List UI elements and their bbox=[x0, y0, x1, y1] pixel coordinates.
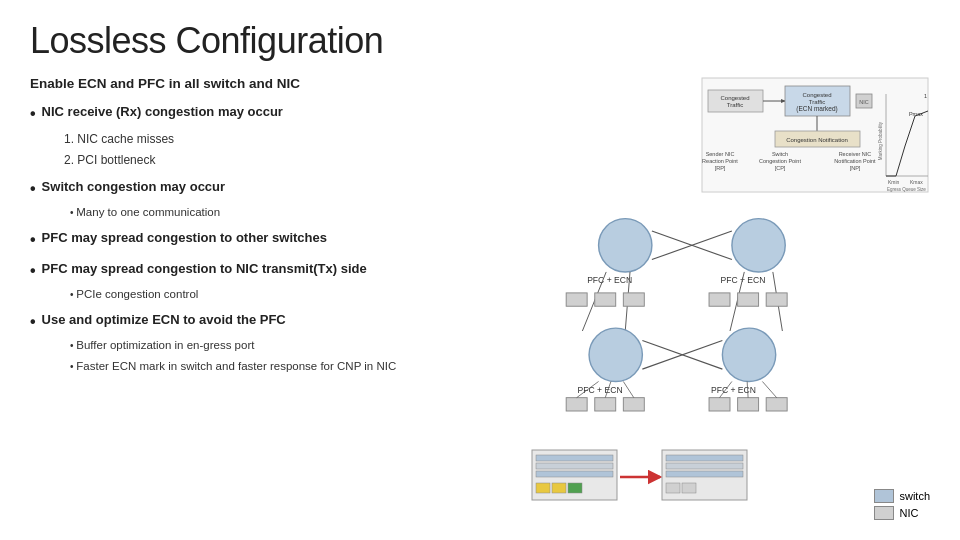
legend-switch-color bbox=[874, 489, 894, 503]
page: Lossless Configuration Enable ECN and PF… bbox=[0, 0, 960, 540]
svg-rect-67 bbox=[536, 463, 613, 469]
svg-line-64 bbox=[762, 381, 776, 397]
sub-item-2: 2. PCI bottleneck bbox=[64, 150, 520, 170]
svg-text:(ECN marked): (ECN marked) bbox=[796, 105, 838, 113]
bullet-dot-3: • bbox=[30, 230, 36, 249]
svg-rect-49 bbox=[623, 293, 644, 306]
legend-nic-color bbox=[874, 506, 894, 520]
bullet-4-sub: PCIe congestion control bbox=[70, 286, 520, 303]
svg-text:1: 1 bbox=[924, 93, 927, 99]
legend: switch NIC bbox=[874, 489, 930, 520]
bullet-5-sub-2: Faster ECN mark in switch and faster res… bbox=[70, 358, 520, 375]
svg-text:Switch: Switch bbox=[772, 151, 788, 157]
svg-rect-54 bbox=[595, 398, 616, 411]
svg-rect-53 bbox=[566, 398, 587, 411]
svg-text:NIC: NIC bbox=[859, 99, 869, 105]
svg-text:[NP]: [NP] bbox=[850, 165, 861, 171]
svg-rect-71 bbox=[568, 483, 582, 493]
sub-item-1: 1. NIC cache misses bbox=[64, 129, 520, 149]
bullet-1: • NIC receive (Rx) congestion may occur bbox=[30, 104, 520, 123]
ecn-svg: Congested Traffic Congested Traffic (ECN… bbox=[700, 76, 930, 194]
bullet-4: • PFC may spread congestion to NIC trans… bbox=[30, 261, 520, 280]
svg-rect-74 bbox=[666, 455, 743, 461]
svg-text:[CP]: [CP] bbox=[775, 165, 786, 171]
bullet-dot-1: • bbox=[30, 104, 36, 123]
svg-text:Congested: Congested bbox=[720, 95, 749, 101]
svg-text:[RP]: [RP] bbox=[715, 165, 726, 171]
svg-text:PFC + ECN: PFC + ECN bbox=[578, 385, 623, 395]
svg-rect-51 bbox=[738, 293, 759, 306]
legend-switch-label: switch bbox=[899, 490, 930, 502]
legend-nic: NIC bbox=[874, 506, 930, 520]
section-header: Enable ECN and PFC in all switch and NIC bbox=[30, 76, 520, 91]
svg-point-31 bbox=[599, 219, 652, 272]
bullet-2-text: Switch congestion may occur bbox=[42, 179, 226, 194]
svg-rect-69 bbox=[536, 483, 550, 493]
svg-rect-57 bbox=[738, 398, 759, 411]
bullet-dot-2: • bbox=[30, 179, 36, 198]
bullet-3-text: PFC may spread congestion to other switc… bbox=[42, 230, 327, 245]
svg-text:Congestion Point: Congestion Point bbox=[759, 158, 801, 164]
svg-point-42 bbox=[722, 328, 775, 381]
svg-text:Notification Point: Notification Point bbox=[834, 158, 876, 164]
svg-text:Reaction Point: Reaction Point bbox=[702, 158, 738, 164]
svg-text:Kmin: Kmin bbox=[888, 179, 900, 185]
svg-text:Receiver NIC: Receiver NIC bbox=[839, 151, 872, 157]
svg-rect-55 bbox=[623, 398, 644, 411]
svg-text:Kmax: Kmax bbox=[910, 179, 923, 185]
svg-rect-66 bbox=[536, 455, 613, 461]
page-title: Lossless Configuration bbox=[30, 20, 930, 62]
sub-item-1-text: NIC cache misses bbox=[77, 132, 174, 146]
server-diagram bbox=[530, 435, 850, 510]
svg-text:Sender NIC: Sender NIC bbox=[706, 151, 735, 157]
svg-rect-58 bbox=[766, 398, 787, 411]
svg-rect-76 bbox=[666, 471, 743, 477]
svg-rect-47 bbox=[566, 293, 587, 306]
bullet-4-text: PFC may spread congestion to NIC transmi… bbox=[42, 261, 367, 276]
svg-point-41 bbox=[589, 328, 642, 381]
bullet-dot-5: • bbox=[30, 312, 36, 331]
legend-switch: switch bbox=[874, 489, 930, 503]
bullet-5: • Use and optimize ECN to avoid the PFC bbox=[30, 312, 520, 331]
svg-line-61 bbox=[623, 381, 633, 397]
bullet-1-subitems: 1. NIC cache misses 2. PCI bottleneck bbox=[64, 129, 520, 170]
right-panel: Congested Traffic Congested Traffic (ECN… bbox=[530, 76, 930, 530]
bullet-dot-4: • bbox=[30, 261, 36, 280]
legend-nic-label: NIC bbox=[899, 507, 918, 519]
ecn-diagram: Congested Traffic Congested Traffic (ECN… bbox=[700, 76, 930, 194]
svg-rect-75 bbox=[666, 463, 743, 469]
svg-point-32 bbox=[732, 219, 785, 272]
svg-rect-77 bbox=[666, 483, 680, 493]
content-area: Enable ECN and PFC in all switch and NIC… bbox=[30, 76, 930, 530]
svg-text:Congested: Congested bbox=[802, 92, 831, 98]
sub-item-1-num: 1. bbox=[64, 132, 74, 146]
bullet-5-sub-1: Buffer optimization in en-gress port bbox=[70, 337, 520, 354]
server-svg bbox=[530, 435, 850, 510]
svg-text:PFC + ECN: PFC + ECN bbox=[711, 385, 756, 395]
bullet-1-text: NIC receive (Rx) congestion may occur bbox=[42, 104, 283, 119]
bullet-2-sub: Many to one communication bbox=[70, 204, 520, 221]
svg-text:Traffic: Traffic bbox=[727, 102, 743, 108]
bullet-2: • Switch congestion may occur bbox=[30, 179, 520, 198]
left-panel: Enable ECN and PFC in all switch and NIC… bbox=[30, 76, 520, 530]
topology-svg: PFC + ECN PFC + ECN bbox=[530, 191, 930, 471]
bullet-3: • PFC may spread congestion to other swi… bbox=[30, 230, 520, 249]
bullet-5-text: Use and optimize ECN to avoid the PFC bbox=[42, 312, 286, 327]
svg-rect-52 bbox=[766, 293, 787, 306]
svg-text:Marking Probability: Marking Probability bbox=[878, 121, 883, 160]
svg-rect-56 bbox=[709, 398, 730, 411]
svg-rect-78 bbox=[682, 483, 696, 493]
svg-rect-1 bbox=[708, 90, 763, 112]
svg-line-63 bbox=[747, 381, 748, 397]
svg-text:Congestion Notification: Congestion Notification bbox=[786, 137, 848, 143]
svg-rect-68 bbox=[536, 471, 613, 477]
svg-rect-48 bbox=[595, 293, 616, 306]
sub-item-2-text: PCI bottleneck bbox=[77, 153, 155, 167]
svg-rect-50 bbox=[709, 293, 730, 306]
sub-item-2-num: 2. bbox=[64, 153, 74, 167]
svg-rect-70 bbox=[552, 483, 566, 493]
svg-text:PFC + ECN: PFC + ECN bbox=[587, 275, 632, 285]
diagram-area: Congested Traffic Congested Traffic (ECN… bbox=[530, 76, 930, 530]
